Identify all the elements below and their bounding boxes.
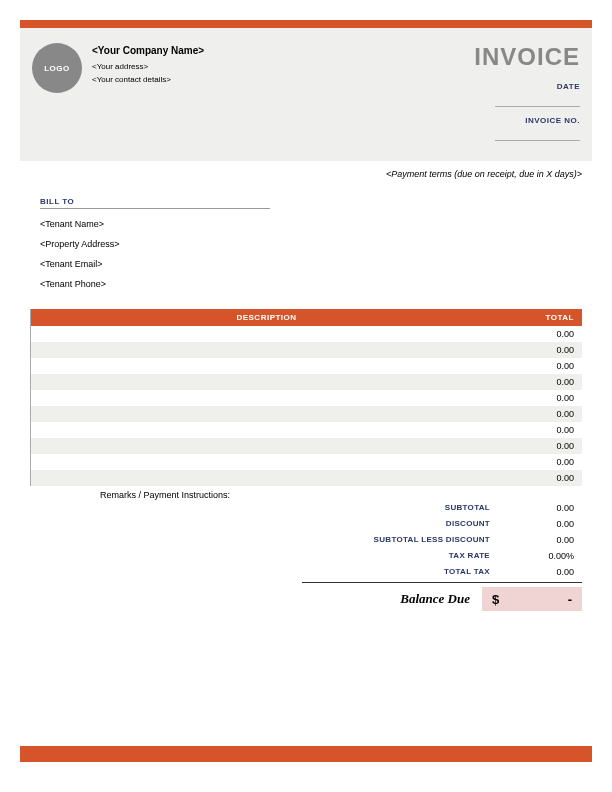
remarks-row: Remarks / Payment Instructions: bbox=[30, 490, 582, 500]
table-row: 0.00 bbox=[31, 470, 582, 486]
row-total: 0.00 bbox=[494, 361, 574, 371]
subtotal-less-row: SUBTOTAL LESS DISCOUNT 0.00 bbox=[302, 532, 582, 548]
tax-rate-value: 0.00% bbox=[502, 551, 582, 561]
header-section: LOGO <Your Company Name> <Your address> … bbox=[20, 28, 592, 161]
date-label: DATE bbox=[557, 82, 580, 91]
bill-to-label: BILL TO bbox=[40, 197, 612, 206]
table-row: 0.00 bbox=[31, 390, 582, 406]
table-row: 0.00 bbox=[31, 326, 582, 342]
row-total: 0.00 bbox=[494, 345, 574, 355]
balance-row: Balance Due $ - bbox=[30, 587, 582, 611]
subtotal-row: SUBTOTAL 0.00 bbox=[302, 500, 582, 516]
total-tax-label: TOTAL TAX bbox=[302, 567, 502, 577]
row-total: 0.00 bbox=[494, 441, 574, 451]
table-row: 0.00 bbox=[31, 406, 582, 422]
bill-to-section: BILL TO <Tenant Name> <Property Address>… bbox=[40, 197, 612, 289]
remarks-label: Remarks / Payment Instructions: bbox=[30, 490, 310, 500]
discount-label: DISCOUNT bbox=[302, 519, 502, 529]
subtotal-less-value: 0.00 bbox=[502, 535, 582, 545]
row-total: 0.00 bbox=[494, 473, 574, 483]
table-row: 0.00 bbox=[31, 342, 582, 358]
balance-box: $ - bbox=[482, 587, 582, 611]
subtotal-less-label: SUBTOTAL LESS DISCOUNT bbox=[302, 535, 502, 545]
subtotal-label: SUBTOTAL bbox=[302, 503, 502, 513]
row-total: 0.00 bbox=[494, 409, 574, 419]
row-total: 0.00 bbox=[494, 329, 574, 339]
discount-value: 0.00 bbox=[502, 519, 582, 529]
bill-to-underline bbox=[40, 208, 270, 209]
tenant-name: <Tenant Name> bbox=[40, 219, 612, 229]
row-total: 0.00 bbox=[494, 393, 574, 403]
balance-currency: $ bbox=[492, 592, 499, 607]
row-total: 0.00 bbox=[494, 425, 574, 435]
total-tax-row: TOTAL TAX 0.00 bbox=[302, 564, 582, 580]
total-tax-value: 0.00 bbox=[502, 567, 582, 577]
table-row: 0.00 bbox=[31, 454, 582, 470]
payment-terms: <Payment terms (due on receipt, due in X… bbox=[0, 169, 582, 179]
summary-section: SUBTOTAL 0.00 DISCOUNT 0.00 SUBTOTAL LES… bbox=[30, 500, 582, 611]
table-row: 0.00 bbox=[31, 422, 582, 438]
items-header: DESCRIPTION TOTAL bbox=[31, 309, 582, 326]
header-right: INVOICE DATE INVOICE NO. bbox=[474, 43, 580, 141]
date-value-line bbox=[495, 93, 580, 107]
invoice-no-row: INVOICE NO. bbox=[474, 115, 580, 141]
table-row: 0.00 bbox=[31, 438, 582, 454]
row-total: 0.00 bbox=[494, 377, 574, 387]
items-body: 0.000.000.000.000.000.000.000.000.000.00 bbox=[31, 326, 582, 486]
tax-rate-row: TAX RATE 0.00% bbox=[302, 548, 582, 564]
top-accent-bar bbox=[20, 20, 592, 28]
logo-placeholder: LOGO bbox=[32, 43, 82, 93]
invoice-no-value-line bbox=[495, 127, 580, 141]
bottom-accent-bar bbox=[20, 746, 592, 762]
tenant-phone: <Tenant Phone> bbox=[40, 279, 612, 289]
invoice-title: INVOICE bbox=[474, 43, 580, 71]
date-row: DATE bbox=[474, 81, 580, 107]
header-left: LOGO <Your Company Name> <Your address> … bbox=[32, 43, 204, 141]
subtotal-value: 0.00 bbox=[502, 503, 582, 513]
items-table: DESCRIPTION TOTAL 0.000.000.000.000.000.… bbox=[30, 309, 582, 486]
company-name: <Your Company Name> bbox=[92, 43, 204, 59]
discount-row: DISCOUNT 0.00 bbox=[302, 516, 582, 532]
company-contact: <Your contact details> bbox=[92, 74, 204, 87]
row-total: 0.00 bbox=[494, 457, 574, 467]
table-row: 0.00 bbox=[31, 358, 582, 374]
balance-value: - bbox=[568, 592, 572, 607]
tenant-email: <Tenant Email> bbox=[40, 259, 612, 269]
summary-group-1: SUBTOTAL 0.00 DISCOUNT 0.00 SUBTOTAL LES… bbox=[302, 500, 582, 583]
table-row: 0.00 bbox=[31, 374, 582, 390]
company-info: <Your Company Name> <Your address> <Your… bbox=[92, 43, 204, 141]
balance-label: Balance Due bbox=[400, 591, 482, 607]
invoice-no-label: INVOICE NO. bbox=[525, 116, 580, 125]
company-address: <Your address> bbox=[92, 61, 204, 74]
tax-rate-label: TAX RATE bbox=[302, 551, 502, 561]
property-address: <Property Address> bbox=[40, 239, 612, 249]
header-description: DESCRIPTION bbox=[39, 313, 494, 322]
header-total: TOTAL bbox=[494, 313, 574, 322]
